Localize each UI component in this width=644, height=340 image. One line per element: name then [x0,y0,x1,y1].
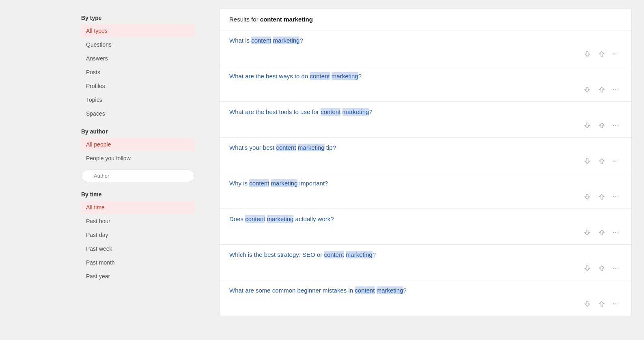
result-title-link[interactable]: What's your best content marketing tip? [229,144,622,151]
result-highlight: marketing [377,286,403,294]
time-filter-item[interactable]: Past year [81,270,195,283]
downvote-button[interactable] [581,192,593,202]
result-title-link[interactable]: Why is content marketing important? [229,180,622,187]
type-filter-item[interactable]: Posts [81,66,195,79]
more-options-button[interactable]: ··· [610,120,622,131]
type-filter-item[interactable]: All types [81,24,195,37]
result-title-link[interactable]: What are the best ways to do content mar… [229,73,622,80]
downvote-button[interactable] [581,227,593,238]
time-filter-item[interactable]: Past hour [81,215,195,228]
author-filter-item[interactable]: People you follow [81,152,195,165]
result-item: What are some common beginner mistakes i… [220,280,631,316]
downvote-icon [584,229,591,236]
upvote-icon [598,300,605,308]
result-item: Which is the best strategy: SEO or conte… [220,245,631,280]
result-highlight: content [355,286,375,294]
author-search-wrap: 🔍 [81,167,195,185]
more-options-button[interactable]: ··· [610,84,622,95]
more-options-button[interactable]: ··· [610,49,622,59]
upvote-button[interactable] [596,263,608,273]
result-highlight: content [249,179,269,187]
result-highlight: marketing [342,108,369,116]
time-filter-item[interactable]: Past day [81,228,195,241]
result-highlight: marketing [273,37,300,44]
upvote-icon [598,86,605,93]
result-actions: ··· [229,156,622,166]
result-item: What are the best tools to use for conte… [220,102,631,138]
type-filter-item[interactable]: Spaces [81,107,195,120]
result-highlight: content [310,72,330,80]
result-actions: ··· [229,120,622,131]
upvote-button[interactable] [596,120,608,131]
by-time-label: By time [81,191,195,198]
result-highlight: marketing [298,144,325,151]
result-highlight: content [276,144,296,151]
downvote-icon [584,157,591,165]
result-actions: ··· [229,299,622,309]
type-filter-item[interactable]: Profiles [81,80,195,93]
upvote-icon [598,265,605,272]
more-options-button[interactable]: ··· [610,156,622,166]
downvote-button[interactable] [581,120,593,131]
type-filter-item[interactable]: Answers [81,52,195,65]
result-highlight: marketing [332,72,358,80]
upvote-button[interactable] [596,227,608,238]
upvote-button[interactable] [596,192,608,202]
result-title-link[interactable]: What are some common beginner mistakes i… [229,287,622,294]
result-item: What's your best content marketing tip?·… [220,138,631,173]
sidebar: By type All typesQuestionsAnswersPostsPr… [0,0,207,340]
downvote-icon [584,265,591,272]
result-actions: ··· [229,263,622,273]
results-container: Results for content marketing What is co… [219,8,632,316]
author-filter-item[interactable]: All people [81,138,195,151]
downvote-icon [584,300,591,308]
result-actions: ··· [229,192,622,202]
result-title-link[interactable]: What is content marketing? [229,37,622,44]
result-item: What are the best ways to do content mar… [220,66,631,102]
upvote-icon [598,50,605,58]
by-author-label: By author [81,128,195,135]
by-type-label: By type [81,15,195,21]
time-filter-item[interactable]: All time [81,201,195,214]
results-prefix: Results for [229,16,260,23]
time-filter-item[interactable]: Past month [81,256,195,269]
result-item: Why is content marketing important?··· [220,173,631,209]
downvote-icon [584,193,591,200]
result-title-link[interactable]: Does content marketing actually work? [229,215,622,222]
result-actions: ··· [229,84,622,95]
downvote-button[interactable] [581,84,593,95]
result-highlight: marketing [271,179,298,187]
downvote-button[interactable] [581,49,593,59]
author-input[interactable] [81,170,195,182]
type-filter-item[interactable]: Topics [81,93,195,106]
upvote-icon [598,157,605,165]
result-highlight: marketing [346,251,373,258]
upvote-button[interactable] [596,84,608,95]
result-actions: ··· [229,227,622,238]
main-content: Results for content marketing What is co… [207,0,644,340]
downvote-button[interactable] [581,263,593,273]
result-actions: ··· [229,49,622,59]
time-filter-item[interactable]: Past week [81,242,195,255]
upvote-button[interactable] [596,49,608,59]
upvote-icon [598,193,605,200]
result-title-link[interactable]: Which is the best strategy: SEO or conte… [229,251,622,258]
type-filter-item[interactable]: Questions [81,38,195,51]
downvote-button[interactable] [581,299,593,309]
result-title-link[interactable]: What are the best tools to use for conte… [229,108,622,115]
result-item: Does content marketing actually work?··· [220,209,631,245]
more-options-button[interactable]: ··· [610,299,622,309]
upvote-button[interactable] [596,156,608,166]
result-item: What is content marketing?··· [220,30,631,66]
result-highlight: content [245,215,265,223]
results-query: content marketing [260,16,313,23]
more-options-button[interactable]: ··· [610,227,622,238]
results-header: Results for content marketing [220,9,631,30]
result-highlight: content [324,251,344,258]
upvote-icon [598,229,605,236]
more-options-button[interactable]: ··· [610,263,622,273]
downvote-button[interactable] [581,156,593,166]
more-options-button[interactable]: ··· [610,192,622,202]
upvote-button[interactable] [596,299,608,309]
upvote-icon [598,122,605,129]
